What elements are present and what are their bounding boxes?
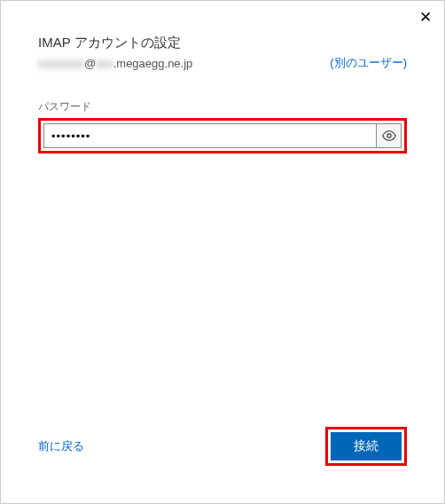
reveal-password-button[interactable] [376, 124, 401, 147]
other-user-link[interactable]: (別のユーザー) [330, 55, 407, 71]
eye-icon [382, 130, 396, 141]
account-email: xxxxxxxx@xxx.megaegg.ne.jp [38, 57, 192, 70]
connect-highlight-box: 接続 [325, 427, 407, 466]
dialog-title: IMAP アカウントの設定 [38, 35, 407, 51]
password-highlight-box [38, 118, 407, 154]
dialog-footer: 前に戻る 接続 [38, 427, 407, 466]
email-user-masked: xxxxxxxx [38, 57, 84, 70]
password-input[interactable] [44, 124, 376, 147]
close-button[interactable]: ✕ [419, 10, 432, 25]
back-link[interactable]: 前に戻る [38, 438, 84, 454]
email-domain: .megaegg.ne.jp [113, 57, 193, 70]
connect-button[interactable]: 接続 [331, 432, 402, 461]
password-label: パスワード [38, 99, 407, 114]
password-field [43, 123, 402, 148]
svg-point-0 [386, 134, 390, 138]
dialog-content: IMAP アカウントの設定 xxxxxxxx@xxx.megaegg.ne.jp… [38, 35, 407, 154]
close-icon: ✕ [419, 9, 432, 26]
imap-account-setup-dialog: ✕ IMAP アカウントの設定 xxxxxxxx@xxx.megaegg.ne.… [1, 1, 444, 503]
email-at: @ [84, 57, 96, 70]
email-sub-masked: xxx [96, 57, 113, 70]
email-row: xxxxxxxx@xxx.megaegg.ne.jp (別のユーザー) [38, 55, 407, 71]
